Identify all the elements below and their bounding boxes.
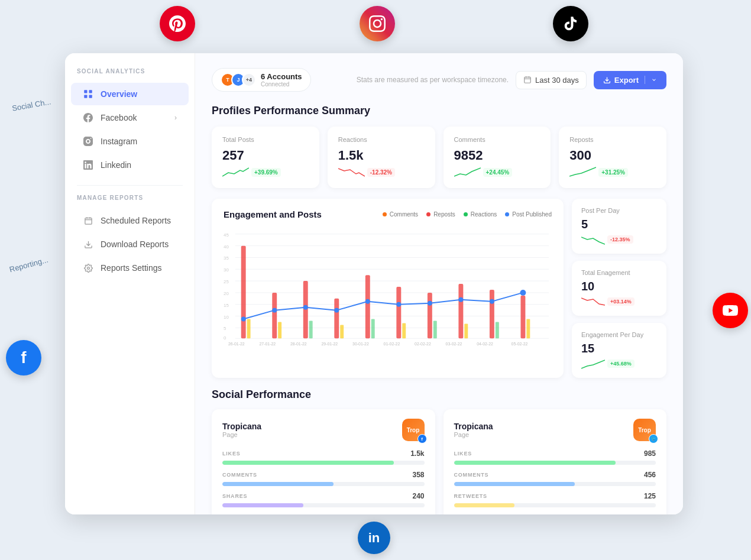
likes-bar-bg-1 — [222, 461, 425, 465]
comments-value-1: 358 — [412, 471, 424, 479]
chart-legend: Comments Reposts Reactions Post Pub — [383, 211, 552, 218]
facebook-icon — [83, 112, 93, 123]
perf-brand-2-name: Tropicana — [454, 422, 493, 431]
export-label: Export — [614, 76, 639, 85]
side-text-left-2: Reporting... — [8, 255, 49, 274]
perf-card-1: Tropicana Page Trop f LIKES 1.5k — [212, 409, 435, 514]
svg-rect-47 — [278, 322, 281, 338]
svg-text:02-02-22: 02-02-22 — [415, 342, 431, 346]
retweets-label-2: RETWEETS — [454, 493, 487, 499]
metric-likes-1: LIKES 1.5k — [222, 449, 425, 465]
sidebar-item-scheduled[interactable]: Scheduled Reports — [71, 209, 189, 232]
stats-row: Total Posts 257 +39.69% Reactions 1.5k — [212, 127, 666, 188]
stat-reactions-value: 1.5k — [338, 148, 425, 163]
right-stats: Post Per Day 5 -12.35% Total Enagement 1… — [572, 199, 666, 378]
profiles-title: Profiles Performance Summary — [212, 105, 666, 117]
mini-ppd-badge: -12.35% — [607, 235, 633, 244]
accounts-count: 6 Accounts — [261, 72, 302, 81]
svg-text:20: 20 — [224, 291, 229, 296]
likes-bar-2 — [454, 461, 616, 465]
legend-label-comments: Comments — [390, 211, 418, 218]
likes-value-1: 1.5k — [410, 449, 424, 458]
svg-text:35: 35 — [224, 255, 229, 261]
stat-comments-label: Comments — [454, 136, 540, 143]
svg-point-60 — [365, 299, 370, 304]
svg-rect-54 — [496, 322, 499, 338]
chart-section: Engagement and Posts Comments Reposts — [212, 199, 666, 378]
trend-line-reposts — [569, 166, 596, 179]
social-perf-grid: Tropicana Page Trop f LIKES 1.5k — [212, 409, 666, 514]
svg-text:25: 25 — [224, 279, 229, 284]
instagram-label: Instagram — [101, 137, 137, 146]
likes-bar-bg-2 — [454, 461, 656, 465]
facebook-label: Facebook — [101, 113, 137, 122]
main-content: T J +4 6 Accounts Connected Stats are me… — [195, 53, 683, 514]
manage-reports-section: MANAGE REPORTS Scheduled Reports Downloa… — [65, 195, 195, 279]
svg-rect-50 — [371, 319, 375, 339]
svg-text:5: 5 — [224, 326, 226, 331]
svg-point-56 — [241, 317, 246, 322]
metric-comments-1: COMMENTS 358 — [222, 471, 425, 486]
svg-text:01-02-22: 01-02-22 — [384, 342, 400, 346]
shares-bar-1 — [222, 503, 303, 507]
mini-ppd-value: 5 — [581, 218, 657, 231]
mini-te-badge: +03.14% — [607, 297, 635, 306]
svg-rect-38 — [303, 281, 308, 338]
svg-rect-41 — [396, 287, 401, 338]
side-text-left-1: Social Ch... — [11, 97, 51, 112]
comments-bar-1 — [222, 482, 334, 486]
legend-label-reposts: Reposts — [433, 211, 455, 218]
comments-value-2: 456 — [644, 471, 656, 479]
svg-point-61 — [396, 302, 401, 307]
svg-rect-48 — [309, 321, 313, 338]
accounts-widget[interactable]: T J +4 6 Accounts Connected — [212, 68, 311, 92]
sidebar-item-download[interactable]: Download Reports — [71, 233, 189, 255]
comments-bar-2 — [454, 482, 575, 486]
chart-svg: 45 40 35 30 25 20 15 10 5 0 — [224, 228, 552, 346]
accounts-sub: Connected — [261, 81, 302, 88]
stat-card-reactions: Reactions 1.5k -12.32% — [328, 127, 435, 188]
svg-rect-55 — [526, 319, 530, 339]
sidebar-item-instagram[interactable]: Instagram — [71, 130, 189, 153]
svg-text:05-02-22: 05-02-22 — [512, 342, 528, 346]
twitter-badge-2: 🐦 — [649, 434, 658, 444]
date-range-button[interactable]: Last 30 days — [516, 71, 587, 89]
legend-label-published: Post Published — [512, 211, 552, 218]
comments-bar-bg-1 — [222, 482, 425, 486]
mini-stat-epd: Engagement Per Day 15 +45.68% — [572, 323, 666, 378]
svg-rect-46 — [247, 319, 251, 339]
retweets-value-2: 125 — [644, 492, 656, 500]
pinterest-icon — [160, 6, 195, 41]
scheduled-icon — [83, 215, 93, 226]
accounts-info: 6 Accounts Connected — [261, 72, 302, 88]
chart-container: 45 40 35 30 25 20 15 10 5 0 — [224, 228, 552, 346]
legend-label-reactions: Reactions — [471, 211, 497, 218]
stat-reactions-label: Reactions — [338, 136, 425, 143]
avatar-stack: T J +4 — [221, 73, 256, 87]
svg-text:30: 30 — [224, 267, 229, 273]
comments-label-1: COMMENTS — [222, 472, 257, 478]
export-button[interactable]: Export — [594, 71, 666, 89]
instagram-icon — [360, 6, 395, 41]
trend-line-posts — [222, 166, 249, 179]
svg-rect-52 — [433, 321, 437, 338]
likes-label-1: LIKES — [222, 451, 241, 457]
linkedin-sidebar-icon — [83, 160, 93, 170]
stat-comments-trend: +24.45% — [454, 166, 540, 179]
mini-epd-label: Engagement Per Day — [581, 331, 657, 338]
sidebar-item-settings[interactable]: Reports Settings — [71, 257, 189, 279]
svg-point-63 — [458, 297, 463, 302]
sidebar-item-facebook[interactable]: Facebook › — [71, 106, 189, 129]
stat-posts-label: Total Posts — [222, 136, 309, 143]
youtube-icon — [713, 293, 748, 328]
retweets-bar-2 — [454, 503, 514, 507]
mini-ppd-label: Post Per Day — [581, 207, 657, 214]
svg-rect-1 — [89, 90, 92, 93]
social-analytics-label: SOCIAL ANALYTICS — [65, 68, 195, 82]
svg-rect-40 — [365, 275, 370, 338]
metric-retweets-2-labels: RETWEETS 125 — [454, 492, 656, 500]
sidebar-item-linkedin[interactable]: Linkedin — [71, 154, 189, 176]
legend-comments: Comments — [383, 211, 418, 218]
perf-brand-1-sub: Page — [222, 431, 261, 438]
sidebar-item-overview[interactable]: Overview — [71, 83, 189, 105]
